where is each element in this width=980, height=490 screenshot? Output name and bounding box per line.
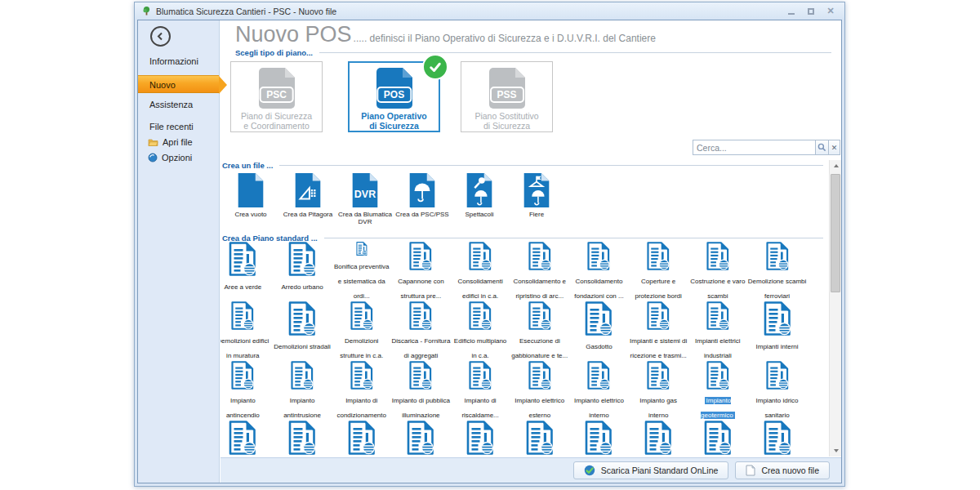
standard-plan-item[interactable]: Aree a verde bbox=[220, 242, 273, 301]
download-standard-plans-button[interactable]: Scarica Piani Standard OnLine bbox=[573, 461, 729, 479]
standard-plan-item[interactable] bbox=[391, 421, 451, 457]
create-new-file-label: Crea nuovo file bbox=[761, 466, 819, 475]
standard-plan-item[interactable]: Gasdotto bbox=[569, 301, 629, 361]
search-input[interactable] bbox=[693, 140, 816, 155]
minimize-icon[interactable] bbox=[786, 6, 797, 16]
maximize-icon[interactable] bbox=[805, 6, 817, 16]
standard-plan-item[interactable]: Demolizioni strutture in c.a. bbox=[332, 301, 391, 361]
search-button[interactable] bbox=[816, 140, 829, 155]
standard-plan-item[interactable]: Edificio multipiano in c.a. bbox=[451, 301, 510, 361]
standard-plan-item[interactable] bbox=[332, 421, 391, 457]
create-file-item-label: Fiere bbox=[529, 211, 544, 218]
scroll-up-icon[interactable] bbox=[830, 160, 842, 172]
create-file-item-pitagora[interactable]: Crea da Pitagora bbox=[279, 172, 336, 225]
plan-card-psc[interactable]: PSC Piano di Sicurezza e Coordinamento bbox=[230, 61, 323, 132]
create-file-item-label: Spettacoli bbox=[465, 211, 493, 218]
plan-card-pss[interactable]: PSS Piano Sostitutivo di Sicurezza bbox=[461, 61, 553, 132]
back-arrow-icon bbox=[155, 31, 166, 42]
scrollbar-thumb[interactable] bbox=[831, 174, 840, 292]
page-subtitle: ..... definisci il Piano Operativo di Si… bbox=[354, 33, 656, 44]
standard-plan-label: Impianto elettrico interno bbox=[574, 397, 624, 419]
standard-plan-item[interactable]: Impianto antincendio bbox=[220, 361, 273, 421]
sidebar-item-apri-file[interactable]: Apri file bbox=[138, 134, 219, 150]
standard-plan-item[interactable]: Impianto di pubblica illuminazione bbox=[391, 361, 451, 421]
create-file-item-vuoto[interactable]: Crea vuoto bbox=[222, 172, 279, 225]
back-button[interactable] bbox=[150, 26, 171, 47]
standard-plan-item[interactable]: Consolidamento fondazioni con ... bbox=[569, 242, 629, 301]
page-title: Nuovo POS bbox=[235, 22, 352, 47]
search-clear-button[interactable]: ✕ bbox=[829, 140, 840, 155]
standard-plan-item[interactable] bbox=[569, 421, 629, 457]
standard-plan-item[interactable]: Coperture e protezione bordi bbox=[629, 242, 688, 301]
scroll-down-icon[interactable] bbox=[830, 445, 842, 457]
standard-plan-item[interactable] bbox=[629, 421, 688, 457]
standard-plan-document-icon bbox=[644, 361, 672, 390]
vertical-scrollbar[interactable] bbox=[829, 160, 841, 457]
standard-plans-grid: Aree a verde bbox=[220, 242, 807, 457]
standard-plan-item[interactable]: Consolidamento e ripristino di arc... bbox=[510, 242, 569, 301]
section-choose-plan-label: Scegli tipo di piano... bbox=[235, 48, 313, 57]
standard-plan-item[interactable]: Impianti elettrici industriali bbox=[688, 301, 748, 361]
sidebar-item-assistenza[interactable]: Assistenza bbox=[138, 96, 219, 113]
plan-card-pos[interactable]: POS Piano Operativo di Sicurezza bbox=[348, 61, 440, 132]
standard-plan-item[interactable] bbox=[273, 421, 332, 457]
standard-plan-item[interactable]: Impianto di condizionamento bbox=[332, 361, 391, 421]
close-icon[interactable]: ✕ bbox=[825, 6, 836, 16]
sidebar-item-opzioni[interactable]: Opzioni bbox=[138, 149, 219, 166]
standard-plan-item[interactable] bbox=[451, 421, 510, 457]
standard-plan-item[interactable]: Impianto antintrusione bbox=[273, 361, 332, 421]
sidebar-item-nuovo[interactable]: Nuovo bbox=[138, 75, 219, 93]
sidebar-item-informazioni[interactable]: Informazioni bbox=[138, 53, 219, 69]
standard-plan-item[interactable]: Impianto geotermico bbox=[688, 361, 748, 421]
title-bar[interactable]: Blumatica Sicurezza Cantieri - PSC - Nuo… bbox=[135, 2, 844, 20]
standard-plan-item[interactable]: Demolizioni stradali bbox=[273, 301, 332, 361]
download-standard-plans-label: Scarica Piani Standard OnLine bbox=[601, 466, 719, 475]
sidebar-item-label: Apri file bbox=[163, 134, 193, 150]
create-file-item-fiere[interactable]: Fiere bbox=[508, 172, 565, 225]
standard-plan-item[interactable]: Impianto elettrico esterno bbox=[510, 361, 569, 421]
standard-plan-item[interactable]: Demolizioni edifici in muratura bbox=[220, 301, 273, 361]
tent-umbrella-document-icon bbox=[521, 172, 552, 208]
pss-pill-label: PSS bbox=[489, 87, 523, 103]
standard-plan-item[interactable]: Demolizione scambi ferroviari bbox=[747, 242, 807, 301]
standard-plan-item[interactable] bbox=[510, 421, 569, 457]
standard-plan-document-icon bbox=[288, 301, 316, 336]
standard-plan-item[interactable]: Arredo urbano bbox=[273, 242, 332, 301]
standard-plan-item[interactable]: Impianti e sistemi di ricezione e trasmi… bbox=[629, 301, 688, 361]
divider-line bbox=[279, 165, 823, 166]
standard-plan-item[interactable] bbox=[747, 421, 807, 457]
standard-plan-item[interactable]: Bonifica preventiva e sistematica da ord… bbox=[332, 242, 391, 301]
standard-plan-item[interactable] bbox=[688, 421, 748, 457]
plan-card-name-line2: e Coordinamento bbox=[241, 121, 312, 131]
create-new-file-button[interactable]: Crea nuovo file bbox=[735, 461, 830, 479]
search-icon bbox=[817, 143, 826, 152]
plan-card-name-line1: Piano Operativo bbox=[361, 111, 427, 121]
standard-plan-document-icon bbox=[348, 301, 376, 330]
standard-plan-label: Costruzione e varo scambi bbox=[690, 278, 745, 300]
standard-plan-document-icon bbox=[229, 301, 256, 330]
standard-plan-item[interactable]: Impianti interni bbox=[747, 301, 807, 361]
standard-plan-item[interactable]: Impianto di riscaldame... bbox=[451, 361, 510, 421]
create-file-item-dvr[interactable]: DVR Crea da Blumatica DVR bbox=[336, 172, 394, 225]
standard-plan-item[interactable]: Costruzione e varo scambi bbox=[688, 242, 748, 301]
standard-plan-item[interactable]: Consolidamenti edifici in c.a. bbox=[451, 242, 510, 301]
standard-plan-item[interactable]: Impianto gas interno bbox=[629, 361, 688, 421]
standard-plan-label: Coperture e protezione bordi bbox=[635, 278, 681, 300]
standard-plan-item[interactable] bbox=[220, 421, 273, 457]
sidebar-item-file-recenti[interactable]: File recenti bbox=[138, 118, 219, 135]
standard-plan-item[interactable]: Impianto idrico sanitario bbox=[747, 361, 807, 421]
standard-plan-document-icon bbox=[526, 421, 554, 455]
standard-plan-item[interactable]: Esecuzione di gabbionature e te... bbox=[510, 301, 569, 361]
standard-plan-item[interactable]: Capannone con struttura pre... bbox=[391, 242, 451, 301]
pitagora-document-icon bbox=[292, 172, 323, 208]
create-file-item-psc-pss[interactable]: Crea da PSC/PSS bbox=[394, 172, 451, 225]
standard-plan-label: Esecuzione di gabbionature e te... bbox=[511, 337, 568, 359]
standard-plan-label: Demolizioni strutture in c.a. bbox=[340, 337, 383, 359]
standard-plan-document-icon bbox=[526, 361, 554, 390]
standard-plan-document-icon bbox=[288, 361, 316, 390]
create-file-item-spettacoli[interactable]: Spettacoli bbox=[451, 172, 508, 225]
psc-pill-label: PSC bbox=[259, 87, 294, 103]
standard-plan-label: Impianto antintrusione bbox=[283, 397, 321, 419]
standard-plan-item[interactable]: Discarica - Fornitura di aggregati bbox=[391, 301, 451, 361]
standard-plan-item[interactable]: Impianto elettrico interno bbox=[569, 361, 629, 421]
